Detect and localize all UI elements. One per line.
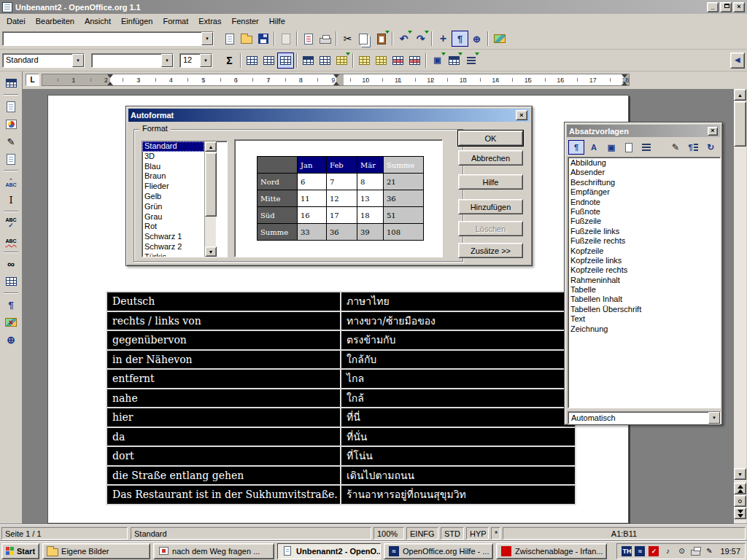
delete-column-button[interactable] [406,52,423,69]
style-list-item[interactable]: Tabelle [568,285,720,295]
font-name-combobox[interactable]: ▼ [91,53,174,68]
print-button[interactable] [317,31,333,47]
format-list-item[interactable]: Blau [142,162,204,172]
gallery-button[interactable] [491,31,508,47]
menu-item[interactable]: Datei [1,15,31,28]
style-list-item[interactable]: Abbildung [568,158,720,168]
ok-button[interactable]: OK [458,131,523,146]
format-list-item[interactable]: Türkis [142,252,204,257]
menu-item[interactable]: Bearbeiten [31,15,80,28]
table-cell-thai[interactable]: ใกล้กับ [341,351,576,370]
volume-tray-icon[interactable]: ♪ [662,545,673,557]
table-cell-german[interactable]: hier [107,408,341,428]
table-cell-thai[interactable]: ใกล้ [341,389,576,409]
table-properties-button[interactable] [446,52,462,69]
style-filter-value[interactable]: Automatisch [568,412,708,424]
insert-column-button[interactable] [373,52,390,69]
style-list-item[interactable]: Text [568,314,720,324]
navigator-button[interactable]: + [435,31,452,47]
window-titlebar[interactable]: Unbenannt2 - OpenOffice.org 1.1 _ × [0,0,747,14]
network-tray-icon[interactable]: ⊙ [676,545,687,557]
fill-format-button[interactable]: ✎ [667,140,684,155]
style-list-item[interactable]: Kopfzeile links [568,256,720,265]
paste-button[interactable] [373,31,390,47]
quickstarter-tray-icon[interactable]: ≈ [634,545,646,557]
keyboard-language-indicator[interactable]: TH [622,546,632,556]
more-button[interactable]: Zusätze >> [458,243,523,258]
status-zoom[interactable]: 100% [374,527,404,540]
menu-item[interactable]: Extras [193,15,226,28]
paragraph-style-combobox[interactable]: Standard ▼ [2,53,85,68]
size-dropdown-icon[interactable]: ▼ [200,54,212,67]
style-list-item[interactable]: Fußzeile links [568,227,720,236]
online-layout-button[interactable]: ⊕ [1,331,20,349]
list-scroll-up-icon[interactable]: ▲ [205,141,217,152]
table-cell-thai[interactable]: ที่นั่น [341,428,576,448]
taskbar-task[interactable]: nach dem Weg fragen ... [153,543,274,559]
style-list-item[interactable]: Beschriftung [568,178,720,187]
scroll-down-button[interactable]: ▼ [734,468,746,480]
table-cell-german[interactable]: nahe [107,389,341,409]
tab-stop-selector[interactable]: L [26,74,39,86]
style-list-item[interactable]: Zeichnung [568,324,720,334]
url-combobox[interactable]: ▼ [2,31,214,46]
column-marker[interactable] [333,82,339,85]
format-list-item[interactable]: Grün [142,202,204,212]
style-list-item[interactable]: Fußnote [568,207,720,217]
url-value[interactable] [3,32,201,45]
antivirus-tray-icon[interactable]: ✓ [648,545,659,557]
format-list-item[interactable]: Braun [142,171,204,182]
menu-item[interactable]: Fenster [226,15,263,28]
cancel-button[interactable]: Abbrechen [458,150,523,166]
direct-cursor-button[interactable]: I [1,191,20,209]
split-cells-button[interactable] [260,52,277,69]
update-style-button[interactable]: ↻ [703,140,719,155]
taskbar-task[interactable]: Zwischenablage - Irfan... [496,543,607,559]
format-list-item[interactable]: Flieder [142,182,204,192]
tablet-tray-icon[interactable]: ✎ [703,545,715,557]
url-dropdown-icon[interactable]: ▼ [201,32,213,45]
nonprinting-chars-button[interactable]: ¶ [1,296,20,314]
open-button[interactable] [238,31,255,47]
vertical-scrollbar[interactable]: ▲ ▼ [734,89,746,524]
font-name-value[interactable] [92,54,161,67]
style-list-item[interactable]: Tabellen Überschrift [568,305,720,314]
scroll-up-button[interactable]: ▲ [734,89,746,101]
style-list-item[interactable]: Tabellen Inhalt [568,295,720,304]
data-sources-button[interactable] [1,273,20,290]
table-cell-german[interactable]: die Straße entlang gehen [107,467,341,486]
table-cell-german[interactable]: rechts / links von [107,312,341,332]
sum-button[interactable]: Σ [221,52,238,69]
format-list-item[interactable]: Rot [142,222,204,232]
delete-row-button[interactable] [390,52,406,69]
table-cell-thai[interactable]: ไกล [341,370,576,389]
dialog-titlebar[interactable]: Autoformat × [128,109,530,122]
format-list-scrollbar[interactable]: ▲ ▼ [204,141,216,257]
status-pagestyle[interactable]: Standard [131,527,371,540]
filter-dropdown-icon[interactable]: ▼ [708,412,720,424]
table-cell-thai[interactable]: เดินไปตามถนน [341,467,576,486]
taskbar-task[interactable]: Eigene Bilder [42,543,150,559]
table-cell-thai[interactable]: ตรงข้ามกับ [341,331,576,351]
scrollbar-thumb[interactable] [734,101,746,147]
clock[interactable]: 19:57 [717,547,740,556]
table-cell-german[interactable]: da [107,428,341,448]
status-hyperlink-mode[interactable]: HYP [466,527,489,540]
stylist-close-button[interactable]: × [708,127,718,136]
redo-button[interactable]: ↷ [412,31,429,47]
cut-button[interactable]: ✂ [339,31,356,47]
style-list-item[interactable]: Kopfzeile [568,246,720,256]
restore-button[interactable] [720,2,732,12]
table-cell-thai[interactable]: ที่โน่น [341,447,576,467]
line-style-button[interactable] [317,52,333,69]
previous-page-button[interactable] [734,483,746,494]
sort-button[interactable] [462,52,479,69]
style-list-item[interactable]: Endnote [568,198,720,207]
table-cell-thai[interactable]: ทางขวา/ซ้ายมือของ [341,312,576,332]
status-selection-mode[interactable]: STD [441,527,464,540]
format-list-item[interactable]: Grau [142,212,204,222]
paragraph-style-value[interactable]: Standard [3,54,72,67]
delete-button[interactable]: Löschen [458,221,523,236]
table-cell-german[interactable]: Deutsch [107,292,341,312]
format-list-item[interactable]: Standard [142,141,204,152]
